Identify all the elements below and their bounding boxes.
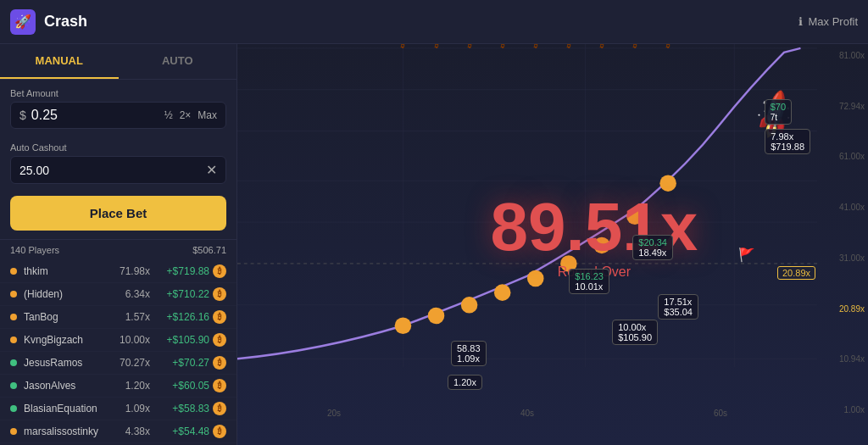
main-layout: MANUAL AUTO Bet Amount $ ½ 2× Max Auto C…: [0, 44, 868, 445]
svg-point-11: [395, 317, 412, 334]
cashout-label: Auto Cashout: [10, 142, 226, 153]
bubble-1000: 10.00x$105.90: [612, 320, 658, 345]
player-row: marsalissostinky 4.38x +$54.48 ₿: [0, 420, 236, 443]
player-row: KvngBigzach 10.00x +$105.90 ₿: [0, 329, 236, 352]
y-axis: 81.00x 72.94x 61.00x 41.00x 31.00x 20.89…: [817, 44, 868, 421]
player-name: KvngBigzach: [24, 334, 108, 346]
game-area: 81.00x 72.94x 61.00x 41.00x 31.00x 20.89…: [237, 44, 868, 445]
page-title: Crash: [44, 13, 87, 31]
players-count: 140 Players: [10, 245, 59, 255]
y-label-7: 10.94x: [821, 354, 865, 364]
player-multiplier: 70.27x: [108, 357, 150, 369]
bitcoin-icon: ₿: [213, 287, 226, 301]
half-button[interactable]: ½: [164, 109, 173, 121]
score-bubble-right: 20.89x: [777, 266, 815, 280]
player-winnings: +$719.88: [150, 265, 209, 277]
player-winnings: +$60.05: [150, 380, 209, 392]
player-status-dot: [10, 314, 17, 320]
header: 🚀 Crash ℹ Max Profit: [0, 0, 868, 44]
svg-point-13: [428, 308, 445, 325]
tab-bar: MANUAL AUTO: [0, 44, 236, 80]
player-name: TanBog: [24, 311, 108, 323]
player-row: BlasianEquation 1.09x +$58.83 ₿: [0, 398, 236, 420]
y-label-1: 81.00x: [821, 51, 865, 60]
player-status-dot: [10, 405, 17, 412]
player-multiplier: 10.00x: [108, 334, 150, 346]
player-multiplier: 4.38x: [108, 426, 150, 437]
logo-icon: 🚀: [10, 9, 36, 35]
player-row: (Hidden) 6.34x +$710.22 ₿: [0, 283, 236, 306]
bet-section: Bet Amount $ ½ 2× Max: [0, 80, 236, 142]
player-multiplier: 71.98x: [108, 265, 150, 277]
players-header: 140 Players $506.71: [0, 239, 236, 260]
y-label-5: 31.00x: [821, 253, 865, 263]
x-label-3: 60s: [714, 409, 727, 418]
player-name: thkim: [24, 265, 108, 277]
player-multiplier: 1.09x: [108, 403, 150, 414]
max-profit-label: Max Profit: [808, 15, 858, 28]
svg-text:🚩: 🚩: [738, 247, 755, 263]
double-button[interactable]: 2×: [180, 109, 192, 121]
bitcoin-icon: ₿: [213, 425, 226, 438]
player-name: (Hidden): [24, 288, 108, 300]
y-label-8: 1.00x: [821, 405, 865, 414]
place-bet-button[interactable]: Place Bet: [10, 196, 226, 231]
player-row: thkim 71.98x +$719.88 ₿: [0, 260, 236, 283]
player-winnings: +$70.27: [150, 357, 209, 369]
bubble-120: 1.20x: [448, 375, 482, 390]
cashout-close-button[interactable]: ✕: [206, 162, 217, 178]
currency-symbol: $: [19, 108, 26, 122]
x-axis: 20s 40s 60s: [237, 405, 817, 421]
player-name: BlasianEquation: [24, 403, 108, 414]
bubble-1751: 17.51x$35.04: [658, 294, 698, 320]
svg-point-17: [494, 284, 511, 301]
svg-point-15: [461, 297, 478, 314]
bubble-top-price: $707t: [765, 99, 792, 125]
bubble-2034: $20.34 18.49x: [632, 235, 673, 260]
player-status-dot: [10, 337, 17, 343]
info-icon: ℹ: [798, 15, 803, 28]
bubble-719: 7.98x$719.88: [765, 129, 810, 154]
player-multiplier: 1.57x: [108, 311, 150, 323]
bet-amount-input[interactable]: [31, 108, 91, 123]
left-panel: MANUAL AUTO Bet Amount $ ½ 2× Max Auto C…: [0, 44, 237, 445]
x-label-2: 40s: [520, 409, 534, 418]
players-total: $506.71: [192, 245, 226, 255]
bitcoin-icon: ₿: [213, 356, 226, 370]
player-status-dot: [10, 428, 17, 435]
y-label-6: 20.89x: [821, 304, 865, 314]
tab-auto[interactable]: AUTO: [119, 44, 237, 79]
cashout-section: Auto Cashout ✕: [0, 142, 236, 192]
bubble-5883: 58.831.09x: [451, 341, 487, 366]
tab-manual[interactable]: MANUAL: [0, 44, 119, 79]
x-label-1: 20s: [327, 409, 341, 418]
player-row: JesusRamos 70.27x +$70.27 ₿: [0, 352, 236, 375]
player-winnings: +$54.48: [150, 426, 209, 437]
player-status-dot: [10, 291, 17, 298]
player-winnings: +$105.90: [150, 334, 209, 346]
player-status-dot: [10, 268, 17, 275]
bitcoin-icon: ₿: [213, 402, 226, 415]
player-name: JasonAlves: [24, 380, 108, 392]
bitcoin-icon: ₿: [213, 264, 226, 278]
player-name: marsalissostinky: [24, 426, 108, 437]
y-label-2: 72.94x: [821, 102, 865, 111]
player-winnings: +$710.22: [150, 288, 209, 300]
player-name: JesusRamos: [24, 357, 108, 369]
player-row: TanBog 1.57x +$126.16 ₿: [0, 306, 236, 329]
player-status-dot: [10, 382, 17, 389]
y-label-3: 61.00x: [821, 152, 865, 161]
player-row: JasonAlves 1.20x +$60.05 ₿: [0, 375, 236, 398]
players-list: thkim 71.98x +$719.88 ₿ (Hidden) 6.34x +…: [0, 260, 236, 445]
player-multiplier: 6.34x: [108, 288, 150, 300]
max-profit-area: ℹ Max Profit: [798, 15, 858, 28]
y-label-4: 41.00x: [821, 203, 865, 212]
cashout-input[interactable]: [19, 164, 206, 177]
bitcoin-icon: ₿: [213, 310, 226, 324]
bet-multipliers: ½ 2× Max: [164, 109, 217, 121]
bet-input-row: $ ½ 2× Max: [10, 102, 226, 129]
bubble-1623: $16.23 10.01x: [569, 269, 609, 294]
bet-amount-label: Bet Amount: [10, 88, 226, 98]
player-winnings: +$58.83: [150, 403, 209, 414]
max-button[interactable]: Max: [198, 109, 217, 121]
